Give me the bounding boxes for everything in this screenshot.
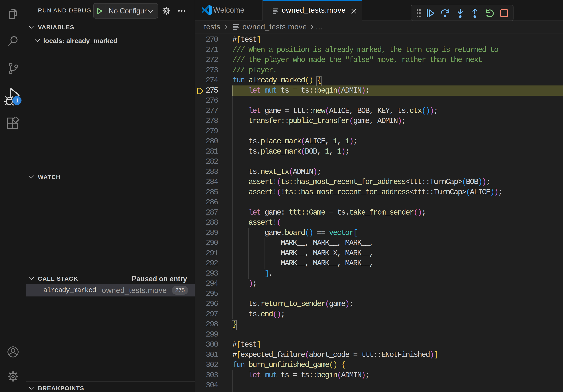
svg-text:1: 1 xyxy=(15,97,19,104)
